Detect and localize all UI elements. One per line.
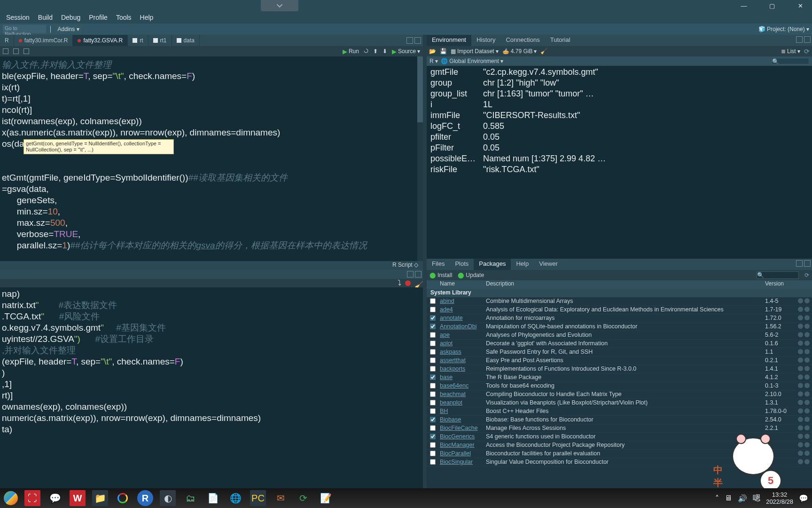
package-row[interactable]: base The R Base Package 4.1.2 (427, 373, 812, 382)
vertical-splitter[interactable] (423, 35, 427, 488)
package-name-link[interactable]: base (439, 374, 486, 381)
package-name-link[interactable]: assertthat (439, 357, 486, 364)
save-workspace-button[interactable]: 💾 (440, 48, 447, 55)
package-remove-icon[interactable] (804, 366, 810, 371)
tab-packages[interactable]: Packages (474, 259, 511, 270)
package-checkbox[interactable] (430, 349, 436, 355)
package-web-icon[interactable] (798, 357, 803, 363)
package-checkbox[interactable] (430, 408, 436, 414)
taskbar-app[interactable]: 🗂 (182, 490, 198, 506)
package-remove-icon[interactable] (804, 408, 810, 413)
package-name-link[interactable]: beanplot (439, 399, 486, 406)
package-remove-icon[interactable] (804, 417, 810, 422)
taskbar-app[interactable]: ◐ (160, 490, 176, 506)
tray-up-icon[interactable]: ˄ (715, 494, 719, 503)
package-web-icon[interactable] (798, 408, 803, 413)
package-row[interactable]: base64enc Tools for base64 encoding 0.1-… (427, 382, 812, 390)
up-arrow-icon[interactable]: ⬆ (373, 48, 378, 55)
package-row[interactable]: abind Combine Multidimensional Arrays 1.… (427, 297, 812, 306)
package-name-link[interactable]: base64enc (439, 382, 486, 389)
start-button[interactable] (4, 491, 18, 505)
package-web-icon[interactable] (798, 400, 803, 405)
menu-item[interactable]: Profile (85, 12, 112, 23)
package-row[interactable]: annotate Annotation for microarrays 1.72… (427, 314, 812, 323)
package-row[interactable]: BiocFileCache Manage Files Across Sessio… (427, 424, 812, 433)
pane-min-icon[interactable] (796, 260, 803, 267)
taskbar-app[interactable]: 📄 (205, 490, 221, 506)
package-name-link[interactable]: BiocFileCache (439, 425, 486, 432)
package-remove-icon[interactable] (804, 332, 810, 337)
clear-icon[interactable]: 🧹 (414, 280, 420, 286)
package-checkbox[interactable] (430, 434, 436, 439)
environment-list[interactable]: gmtFile"c2.cp.kegg.v7.4.symbols.gmt"grou… (427, 66, 812, 259)
package-name-link[interactable]: AnnotationDbi (439, 323, 486, 330)
package-remove-icon[interactable] (804, 425, 810, 430)
taskbar-app[interactable]: ⛶ (24, 490, 40, 506)
goto-file-input[interactable]: Go to file/function (3, 25, 46, 33)
package-remove-icon[interactable] (804, 324, 810, 329)
package-row[interactable]: backports Reimplementations of Functions… (427, 365, 812, 373)
package-checkbox[interactable] (430, 425, 436, 431)
package-web-icon[interactable] (798, 417, 803, 422)
refresh-icon[interactable]: ⟳ (804, 48, 810, 55)
package-web-icon[interactable] (798, 349, 803, 354)
package-remove-icon[interactable] (804, 383, 810, 388)
taskbar-app[interactable]: 💬 (47, 490, 63, 506)
package-row[interactable]: ade4 Analysis of Ecological Data: Explor… (427, 306, 812, 314)
clear-env-button[interactable]: 🧹 (540, 48, 547, 55)
package-name-link[interactable]: backports (439, 365, 486, 373)
package-remove-icon[interactable] (804, 349, 810, 354)
taskbar-app[interactable] (115, 490, 131, 506)
close-button[interactable]: ✕ (791, 0, 809, 11)
package-checkbox[interactable] (430, 442, 436, 448)
load-workspace-button[interactable]: 📂 (429, 48, 436, 55)
import-dataset-button[interactable]: ▦ Import Dataset ▾ (451, 48, 499, 55)
tab-file[interactable]: R (0, 35, 14, 46)
package-checkbox[interactable] (430, 400, 436, 405)
run-button[interactable]: ▶Run (343, 48, 359, 55)
ime-mascot[interactable]: 中半 5 (732, 437, 779, 489)
down-arrow-icon[interactable]: ⤵ (398, 279, 401, 287)
save-icon[interactable] (23, 48, 29, 54)
source-button[interactable]: ▶Source ▾ (392, 48, 420, 55)
taskbar-clock[interactable]: 13:32 2022/8/28 (766, 491, 793, 505)
maximize-button[interactable]: ▢ (763, 0, 781, 11)
scope-select[interactable]: 🌐 Global Environment ▾ (441, 58, 503, 64)
package-name-link[interactable]: ape (439, 332, 486, 339)
package-web-icon[interactable] (798, 425, 803, 430)
package-name-link[interactable]: askpass (439, 349, 486, 356)
taskbar-app[interactable]: ✉ (273, 490, 289, 506)
rerun-button[interactable] (364, 48, 368, 55)
taskbar-app[interactable]: W (70, 490, 86, 506)
tab-help[interactable]: Help (511, 259, 534, 270)
menu-item[interactable]: Build (34, 12, 57, 23)
package-name-link[interactable]: aplot (439, 340, 486, 347)
taskbar-app[interactable]: 📝 (318, 490, 334, 506)
package-name-link[interactable]: BH (439, 408, 486, 415)
package-name-link[interactable]: annotate (439, 315, 486, 322)
package-checkbox[interactable] (430, 357, 436, 363)
refresh-icon[interactable]: ⟳ (804, 272, 809, 278)
tray-notification-icon[interactable]: 💬 (799, 494, 808, 503)
pane-max-icon[interactable] (804, 260, 811, 267)
package-name-link[interactable]: beachmat (439, 391, 486, 398)
package-name-link[interactable]: ade4 (439, 306, 486, 313)
tab-file[interactable]: fatty32.GSVA.R (73, 35, 128, 46)
package-web-icon[interactable] (798, 298, 803, 303)
tab-file[interactable]: fatty30.immCor.R (14, 35, 73, 46)
console[interactable]: nap)natrix.txt" #表达数据文件.TCGA.txt" #风险文件o… (0, 287, 423, 488)
package-remove-icon[interactable] (804, 434, 810, 439)
memory-usage[interactable]: 🥧 4.79 GiB ▾ (502, 48, 537, 55)
package-checkbox[interactable] (430, 332, 436, 338)
package-web-icon[interactable] (798, 383, 803, 388)
menu-item[interactable]: Tools (112, 12, 136, 23)
package-row[interactable]: AnnotationDbi Manipulation of SQLite-bas… (427, 323, 812, 331)
package-checkbox[interactable] (430, 391, 436, 397)
tab-viewer[interactable]: Viewer (534, 259, 563, 270)
package-web-icon[interactable] (798, 341, 803, 346)
package-web-icon[interactable] (798, 366, 803, 371)
package-row[interactable]: beanplot Visualization via Beanplots (Li… (427, 399, 812, 407)
tab-data[interactable]: rt (128, 35, 148, 46)
package-remove-icon[interactable] (804, 298, 810, 303)
package-web-icon[interactable] (798, 315, 803, 320)
